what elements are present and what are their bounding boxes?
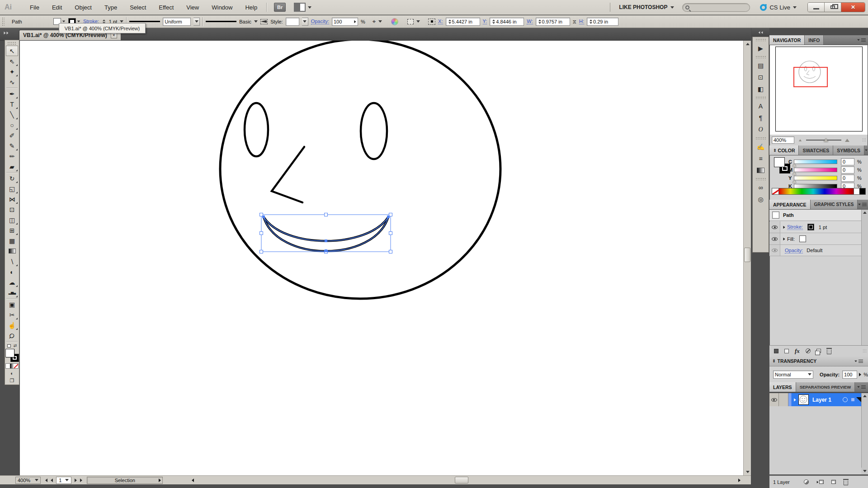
tool-free-transform[interactable]: ⊡ bbox=[6, 204, 18, 215]
scroll-down-icon[interactable] bbox=[861, 468, 868, 474]
next-artboard-icon[interactable] bbox=[75, 479, 77, 482]
visibility-toggle[interactable] bbox=[769, 245, 780, 256]
resize-grip-icon[interactable] bbox=[863, 349, 867, 353]
bridge-button[interactable]: Br bbox=[274, 3, 286, 12]
magenta-slider[interactable] bbox=[794, 168, 837, 172]
layers-scrollbar[interactable] bbox=[861, 393, 868, 474]
vertical-scrollbar[interactable] bbox=[743, 41, 751, 475]
panel-menu-icon[interactable] bbox=[864, 145, 868, 155]
menu-window[interactable]: Window bbox=[205, 1, 239, 14]
none-swatch[interactable] bbox=[772, 188, 779, 194]
appearance-scrollbar[interactable] bbox=[861, 210, 868, 345]
add-new-stroke-icon[interactable] bbox=[774, 349, 778, 353]
restore-button[interactable] bbox=[825, 3, 841, 12]
opacity-slider-icon[interactable] bbox=[859, 373, 861, 376]
tool-mesh[interactable]: ▦ bbox=[6, 235, 18, 246]
tool-pen[interactable]: ✒ bbox=[6, 89, 18, 99]
path-left-eye[interactable] bbox=[245, 103, 268, 156]
add-effect-icon[interactable]: fx bbox=[795, 347, 800, 355]
prev-artboard-icon[interactable] bbox=[51, 479, 53, 482]
tool-paintbrush[interactable]: ✐ bbox=[6, 130, 18, 141]
width-profile-select[interactable]: Uniform bbox=[163, 18, 191, 26]
delete-layer-icon[interactable] bbox=[844, 480, 848, 485]
style-select[interactable] bbox=[286, 18, 299, 26]
actions-panel-icon[interactable]: ▶ bbox=[755, 42, 767, 54]
horizontal-scroll-thumb[interactable] bbox=[455, 477, 468, 483]
close-button[interactable]: ✕ bbox=[841, 3, 865, 12]
pathfinder-panel-icon[interactable]: ◧ bbox=[755, 83, 767, 95]
slider-thumb[interactable] bbox=[824, 138, 828, 142]
tab-navigator[interactable]: NAVIGATOR bbox=[769, 35, 805, 45]
transform-panel-icon[interactable]: ⊡ bbox=[755, 71, 767, 83]
tool-symbol-sprayer[interactable]: ☁ bbox=[6, 277, 18, 287]
layer-row-selected[interactable]: Layer 1 bbox=[769, 393, 861, 406]
path-nose[interactable] bbox=[272, 147, 304, 202]
cs-live-button[interactable]: CS Live bbox=[760, 4, 797, 11]
align-panel-icon[interactable]: ▤ bbox=[755, 60, 767, 71]
scroll-up-icon[interactable] bbox=[863, 211, 867, 214]
constrain-proportions-icon[interactable]: ⧖ bbox=[573, 19, 576, 25]
recolor-artwork-icon[interactable] bbox=[391, 18, 398, 25]
menu-help[interactable]: Help bbox=[239, 1, 264, 14]
scroll-right-icon[interactable] bbox=[736, 477, 742, 483]
appearance-item-row[interactable]: Path bbox=[769, 210, 861, 221]
brush-definition[interactable]: Basic bbox=[239, 19, 251, 24]
tool-lasso[interactable]: ∿ bbox=[6, 77, 18, 87]
tool-gradient[interactable] bbox=[6, 246, 18, 256]
scroll-down-icon[interactable] bbox=[745, 469, 750, 475]
resize-grip-icon[interactable] bbox=[862, 138, 867, 142]
tool-type[interactable]: T bbox=[6, 99, 18, 109]
tab-info[interactable]: INFO bbox=[805, 35, 824, 45]
panel-menu-icon[interactable] bbox=[858, 200, 868, 209]
tool-scale[interactable]: ◱ bbox=[6, 183, 18, 194]
new-sublayer-icon[interactable] bbox=[816, 480, 824, 484]
layer-selection-indicator[interactable] bbox=[851, 398, 854, 401]
reference-point-icon[interactable] bbox=[428, 19, 435, 25]
brushes-panel-icon[interactable]: ✍ bbox=[755, 141, 767, 153]
tool-zoom[interactable]: Ϙ bbox=[6, 330, 18, 341]
canvas[interactable] bbox=[20, 41, 743, 475]
tab-swatches[interactable]: SWATCHES bbox=[799, 145, 833, 155]
spectrum-ramp[interactable] bbox=[779, 188, 854, 194]
tab-separations-preview[interactable]: SEPARATIONS PREVIEW bbox=[796, 382, 855, 392]
transparency-opacity-input[interactable]: 100 bbox=[842, 371, 857, 379]
character-panel-icon[interactable]: A bbox=[755, 100, 767, 112]
white-swatch[interactable] bbox=[854, 188, 859, 194]
selection-bounding-box[interactable] bbox=[261, 215, 391, 252]
last-artboard-icon[interactable] bbox=[80, 479, 82, 482]
expand-left-dock-icon[interactable] bbox=[1, 29, 11, 37]
y-input[interactable]: 4.8446 in bbox=[490, 18, 524, 26]
gradient-button[interactable] bbox=[10, 364, 14, 368]
tool-eyedropper[interactable]: ∖ bbox=[6, 256, 18, 267]
tool-slice[interactable]: ✂ bbox=[6, 310, 18, 320]
status-display[interactable]: Selection bbox=[87, 477, 163, 484]
path-mouth-upper[interactable] bbox=[264, 217, 388, 241]
menu-object[interactable]: Object bbox=[68, 1, 98, 14]
navigator-zoom-slider[interactable] bbox=[806, 140, 841, 141]
cyan-slider[interactable] bbox=[794, 160, 837, 164]
black-slider[interactable] bbox=[794, 184, 837, 188]
fill-swatch[interactable] bbox=[799, 235, 806, 242]
panel-menu-icon[interactable] bbox=[854, 360, 865, 363]
menu-view[interactable]: View bbox=[180, 1, 205, 14]
add-new-fill-icon[interactable] bbox=[784, 349, 789, 353]
default-fill-stroke-icon[interactable] bbox=[7, 344, 11, 347]
tool-magic-wand[interactable]: ✦ bbox=[6, 66, 18, 77]
make-clipping-mask-icon[interactable] bbox=[804, 479, 809, 484]
select-similar-icon[interactable]: ⌖ bbox=[373, 18, 376, 25]
drawing-mode-icon[interactable]: ◐ bbox=[10, 371, 14, 376]
layer-thumbnail[interactable] bbox=[798, 394, 809, 405]
tool-direct-selection[interactable]: ⇖ bbox=[6, 56, 18, 66]
duplicate-item-icon[interactable] bbox=[816, 349, 821, 353]
variable-width-icon[interactable] bbox=[260, 19, 268, 24]
black-swatch[interactable] bbox=[859, 188, 865, 194]
path-mouth-lower[interactable] bbox=[264, 217, 388, 251]
opacity-input[interactable]: 100 bbox=[332, 18, 358, 26]
tool-width[interactable]: ⋈ bbox=[6, 194, 18, 204]
tool-pencil[interactable]: ✎ bbox=[6, 141, 18, 151]
scroll-up-icon[interactable] bbox=[745, 41, 750, 47]
horizontal-scrollbar[interactable] bbox=[189, 475, 743, 484]
expand-layer-icon[interactable] bbox=[794, 398, 796, 401]
menu-edit[interactable]: Edit bbox=[46, 1, 68, 14]
yellow-value-input[interactable]: 0 bbox=[841, 174, 854, 182]
